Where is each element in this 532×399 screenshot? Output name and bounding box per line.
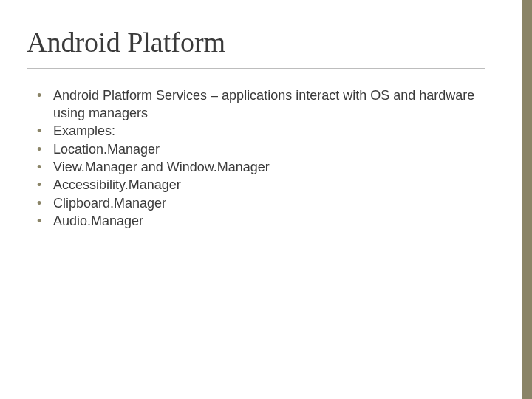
slide-title: Android Platform xyxy=(27,28,485,58)
slide-accent-bar xyxy=(522,0,532,399)
list-item: Audio.Manager xyxy=(37,212,485,230)
list-item: Location.Manager xyxy=(37,140,485,158)
slide-body: Android Platform Android Platform Servic… xyxy=(0,0,522,230)
list-item: View.Manager and Window.Manager xyxy=(37,158,485,176)
list-item: Clipboard.Manager xyxy=(37,194,485,212)
list-item: Examples: xyxy=(37,122,485,140)
bullet-list: Android Platform Services – applications… xyxy=(37,86,485,230)
title-underline xyxy=(27,68,485,69)
list-item: Android Platform Services – applications… xyxy=(37,86,485,123)
list-item: Accessibility.Manager xyxy=(37,176,485,194)
